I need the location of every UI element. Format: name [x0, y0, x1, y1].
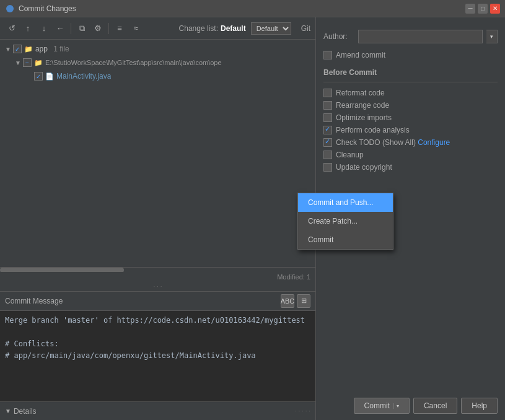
cleanup-label: Cleanup	[336, 151, 364, 159]
author-label: Author:	[323, 32, 354, 41]
change-list-select[interactable]: Default	[251, 22, 291, 35]
checkbox-app[interactable]	[13, 45, 22, 53]
move-down-button[interactable]: ↓	[37, 22, 51, 35]
option-row-code-analysis[interactable]: Perform code analysis	[323, 126, 498, 134]
spell-check-button[interactable]: ABC	[281, 294, 294, 308]
title-bar: Commit Changes ─ □ ✕	[0, 0, 505, 17]
author-row: Author: ▾	[323, 30, 498, 43]
before-commit-title: Before Commit	[323, 68, 498, 77]
optimize-checkbox[interactable]	[323, 113, 332, 122]
commit-button-label: Commit	[364, 401, 390, 410]
close-button[interactable]: ✕	[490, 4, 500, 14]
left-panel: ↺ ↑ ↓ ← ⧉ ⚙ ≡ ≈ Change list: Default Def…	[0, 17, 316, 420]
toolbar: ↺ ↑ ↓ ← ⧉ ⚙ ≡ ≈ Change list: Default Def…	[0, 17, 315, 40]
commit-and-push-option[interactable]: Commit and Push...	[298, 193, 393, 212]
file-icon-mainactivity: 📄	[45, 72, 54, 81]
details-section[interactable]: ▼ Details · · · · ·	[0, 401, 315, 420]
optimize-label: Optimize imports	[336, 113, 392, 122]
toolbar-separator-1	[71, 23, 71, 34]
commit-message-icons: ABC ⊞	[281, 294, 310, 308]
code-analysis-checkbox[interactable]	[323, 126, 332, 134]
move-up-button[interactable]: ↑	[21, 22, 35, 35]
check-todo-label: Check TODO (Show All) Configure	[336, 138, 450, 147]
tree-item-app[interactable]: ▼ 📁 app 1 file	[0, 42, 315, 56]
amend-checkbox[interactable]	[323, 51, 332, 59]
before-commit-divider	[323, 82, 498, 82]
minimize-button[interactable]: ─	[465, 4, 475, 14]
details-label: Details	[14, 407, 37, 416]
copy-button[interactable]: ⧉	[75, 22, 89, 35]
tree-item-file[interactable]: ▼ 📄 MainActivity.java	[0, 69, 315, 83]
toolbar-separator-2	[108, 23, 109, 34]
details-arrow-icon: ▼	[5, 408, 11, 414]
cleanup-checkbox[interactable]	[323, 151, 332, 159]
create-patch-option[interactable]: Create Patch...	[298, 212, 393, 230]
modified-bar: Modified: 1	[0, 272, 315, 282]
check-todo-checkbox[interactable]	[323, 138, 332, 147]
resize-dots-1: · · ·	[0, 282, 315, 291]
details-dots: · · · · ·	[295, 408, 310, 414]
git-tab-label: Git	[301, 24, 310, 33]
commit-message-section: Commit Message ABC ⊞ Merge branch 'maste…	[0, 291, 315, 401]
refresh-button[interactable]: ↺	[5, 22, 19, 35]
back-button[interactable]: ←	[53, 22, 67, 35]
amend-label: Amend commit	[336, 51, 385, 59]
window-controls: ─ □ ✕	[465, 4, 500, 14]
option-row-reformat[interactable]: Reformat code	[323, 89, 498, 97]
svg-point-0	[6, 5, 14, 12]
tree-label-path: E:\StutioWorkSpace\MyGitTest\app\src\mai…	[45, 59, 222, 66]
help-button[interactable]: Help	[461, 398, 498, 414]
window-title: Commit Changes	[19, 4, 465, 13]
tree-item-path[interactable]: ▼ 📁 E:\StutioWorkSpace\MyGitTest\app\src…	[0, 56, 315, 69]
modified-text: Modified: 1	[277, 273, 310, 281]
main-content: ↺ ↑ ↓ ← ⧉ ⚙ ≡ ≈ Change list: Default Def…	[0, 17, 505, 420]
tree-arrow-path: ▼	[15, 59, 21, 66]
amend-row[interactable]: Amend commit	[323, 51, 498, 59]
tree-label-app: app 1 file	[35, 45, 69, 53]
rearrange-checkbox[interactable]	[323, 101, 332, 110]
right-panel: Author: ▾ Amend commit Before Commit Ref…	[316, 17, 505, 420]
commit-button-arrow[interactable]: ▾	[393, 403, 399, 409]
more-button[interactable]: ≈	[129, 22, 143, 35]
update-copyright-checkbox[interactable]	[323, 163, 332, 172]
file-tree: ▼ 📁 app 1 file ▼ 📁 E:\StutioWorkSpace\My…	[0, 40, 315, 267]
option-row-cleanup[interactable]: Cleanup	[323, 151, 498, 159]
configure-link[interactable]: Configure	[418, 138, 450, 147]
rearrange-label: Rearrange code	[336, 101, 389, 110]
window-icon	[5, 4, 15, 14]
commit-dropdown-menu: Commit and Push... Create Patch... Commi…	[297, 193, 393, 250]
commit-option[interactable]: Commit	[298, 230, 393, 249]
commit-message-label: Commit Message	[5, 297, 63, 305]
tree-label-file: MainActivity.java	[56, 72, 111, 81]
bottom-bar: Commit ▾ Cancel Help	[323, 392, 498, 414]
change-list-value: Default	[221, 24, 246, 33]
settings-button[interactable]: ⚙	[91, 22, 105, 35]
maximize-button[interactable]: □	[478, 4, 488, 14]
author-dropdown-button[interactable]: ▾	[486, 30, 498, 43]
horizontal-scrollbar[interactable]	[0, 267, 315, 272]
change-list-label: Change list:	[179, 24, 218, 33]
checkbox-file[interactable]	[34, 72, 43, 81]
commit-button[interactable]: Commit ▾	[354, 398, 410, 414]
option-row-check-todo[interactable]: Check TODO (Show All) Configure	[323, 138, 498, 147]
code-analysis-label: Perform code analysis	[336, 126, 410, 134]
commit-message-textarea[interactable]: Merge branch 'master' of https://code.cs…	[0, 311, 315, 401]
menu-button[interactable]: ≡	[113, 22, 126, 35]
folder-icon-path: 📁	[34, 59, 43, 67]
tree-arrow-app: ▼	[5, 46, 11, 53]
reformat-checkbox[interactable]	[323, 89, 332, 97]
option-row-update-copyright[interactable]: Update copyright	[323, 163, 498, 172]
folder-icon-app: 📁	[24, 45, 33, 53]
option-row-optimize[interactable]: Optimize imports	[323, 113, 498, 122]
commit-options-button[interactable]: ⊞	[297, 294, 310, 308]
option-row-rearrange[interactable]: Rearrange code	[323, 101, 498, 110]
commit-message-header: Commit Message ABC ⊞	[0, 292, 315, 311]
reformat-label: Reformat code	[336, 89, 385, 97]
update-copyright-label: Update copyright	[336, 163, 392, 172]
cancel-button[interactable]: Cancel	[413, 398, 457, 414]
checkbox-path[interactable]	[23, 58, 32, 67]
author-input[interactable]	[358, 30, 483, 43]
